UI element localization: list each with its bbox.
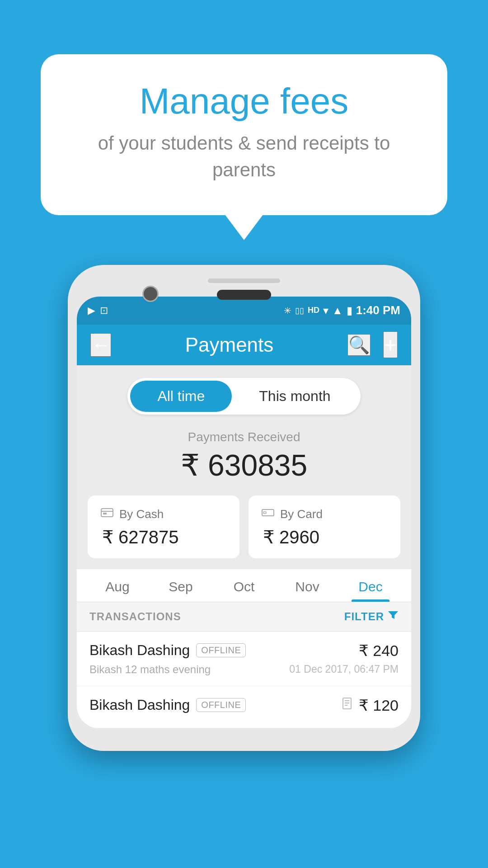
- cash-amount: ₹ 627875: [100, 527, 227, 547]
- offline-badge: OFFLINE: [196, 643, 246, 657]
- toggle-wrapper: All time This month: [127, 378, 360, 415]
- filter-button[interactable]: FILTER: [344, 610, 399, 623]
- app-bar-actions: 🔍 +: [347, 331, 398, 358]
- tab-aug[interactable]: Aug: [86, 569, 149, 602]
- transaction-top: Bikash Dashing OFFLINE ₹ 240: [89, 642, 399, 660]
- svg-rect-2: [103, 513, 107, 514]
- battery-icon: ▮: [347, 304, 352, 317]
- transaction-date: 01 Dec 2017, 06:47 PM: [289, 663, 399, 675]
- month-tabs: Aug Sep Oct Nov Dec: [77, 569, 411, 602]
- transactions-header: TRANSACTIONS FILTER: [77, 602, 411, 632]
- cash-card-label-row: By Cash: [100, 506, 227, 522]
- speech-bubble: Manage fees of your students & send rece…: [41, 54, 447, 215]
- bubble-title: Manage fees: [77, 81, 411, 121]
- hd-badge: HD: [308, 306, 319, 315]
- phone-camera: [142, 286, 159, 302]
- filter-label: FILTER: [344, 610, 384, 623]
- transaction-row: Bikash Dashing OFFLINE: [77, 686, 411, 728]
- tab-nov[interactable]: Nov: [276, 569, 339, 602]
- transactions-label: TRANSACTIONS: [89, 610, 181, 623]
- transaction-bottom: Bikash 12 maths evening 01 Dec 2017, 06:…: [89, 663, 399, 676]
- screen-icon: ⊡: [100, 305, 108, 316]
- cash-card: By Cash ₹ 627875: [88, 495, 239, 558]
- wifi-icon: ▾: [323, 304, 328, 317]
- transaction-detail: Bikash 12 maths evening: [89, 663, 211, 676]
- status-bar: ▶ ⊡ ✳ ▯▯ HD ▾ ▲ ▮ 1:40 PM: [77, 297, 411, 325]
- vibrate-icon: ▯▯: [295, 306, 304, 316]
- card-icon: [261, 506, 275, 522]
- tab-sep[interactable]: Sep: [149, 569, 212, 602]
- cash-icon: [100, 506, 114, 522]
- card-label: By Card: [280, 507, 323, 521]
- svg-rect-3: [262, 509, 274, 516]
- card-card: By Card ₹ 2960: [249, 495, 400, 558]
- svg-rect-0: [101, 509, 113, 517]
- bluetooth-icon: ✳: [284, 305, 291, 316]
- cash-label: By Cash: [119, 507, 164, 521]
- signal-icon: ▲: [332, 304, 343, 317]
- card-amount: ₹ 2960: [261, 527, 388, 547]
- add-button[interactable]: +: [383, 331, 398, 358]
- payment-cards-row: By Cash ₹ 627875 By Card: [77, 495, 411, 569]
- tab-dec[interactable]: Dec: [339, 569, 402, 602]
- phone-wrapper: ▶ ⊡ ✳ ▯▯ HD ▾ ▲ ▮ 1:40 PM ← Payments: [68, 265, 420, 751]
- status-bar-right: ✳ ▯▯ HD ▾ ▲ ▮ 1:40 PM: [284, 303, 400, 317]
- search-button[interactable]: 🔍: [347, 334, 371, 356]
- transaction-name: Bikash Dashing OFFLINE: [89, 642, 246, 659]
- transaction-row: Bikash Dashing OFFLINE ₹ 240 Bikash 12 m…: [77, 632, 411, 686]
- phone-screen: ▶ ⊡ ✳ ▯▯ HD ▾ ▲ ▮ 1:40 PM ← Payments: [77, 297, 411, 728]
- payments-received-label: Payments Received: [77, 430, 411, 444]
- clock: 1:40 PM: [356, 303, 400, 317]
- payments-received-amount: ₹ 630835: [77, 448, 411, 483]
- content-area: All time This month Payments Received ₹ …: [77, 365, 411, 728]
- document-icon: [342, 697, 352, 713]
- offline-badge: OFFLINE: [196, 698, 246, 712]
- page-title: Payments: [185, 334, 274, 356]
- payments-received-section: Payments Received ₹ 630835: [77, 425, 411, 495]
- svg-rect-4: [263, 512, 266, 514]
- all-time-tab[interactable]: All time: [130, 381, 232, 412]
- tab-oct[interactable]: Oct: [212, 569, 276, 602]
- back-button[interactable]: ←: [90, 333, 111, 357]
- transaction-name: Bikash Dashing OFFLINE: [89, 697, 246, 713]
- transaction-top: Bikash Dashing OFFLINE: [89, 696, 399, 714]
- phone-speaker: [217, 290, 271, 300]
- play-icon: ▶: [88, 305, 95, 316]
- card-label-row: By Card: [261, 506, 388, 522]
- this-month-tab[interactable]: This month: [232, 381, 357, 412]
- app-bar: ← Payments 🔍 +: [77, 325, 411, 365]
- status-bar-left: ▶ ⊡: [88, 305, 108, 316]
- bubble-subtitle: of your students & send receipts to pare…: [77, 130, 411, 184]
- phone-frame: ▶ ⊡ ✳ ▯▯ HD ▾ ▲ ▮ 1:40 PM ← Payments: [68, 265, 420, 751]
- toggle-container: All time This month: [77, 365, 411, 425]
- transaction-amount: ₹ 240: [359, 642, 399, 660]
- filter-icon: [388, 610, 399, 623]
- transaction-amount: ₹ 120: [359, 696, 399, 714]
